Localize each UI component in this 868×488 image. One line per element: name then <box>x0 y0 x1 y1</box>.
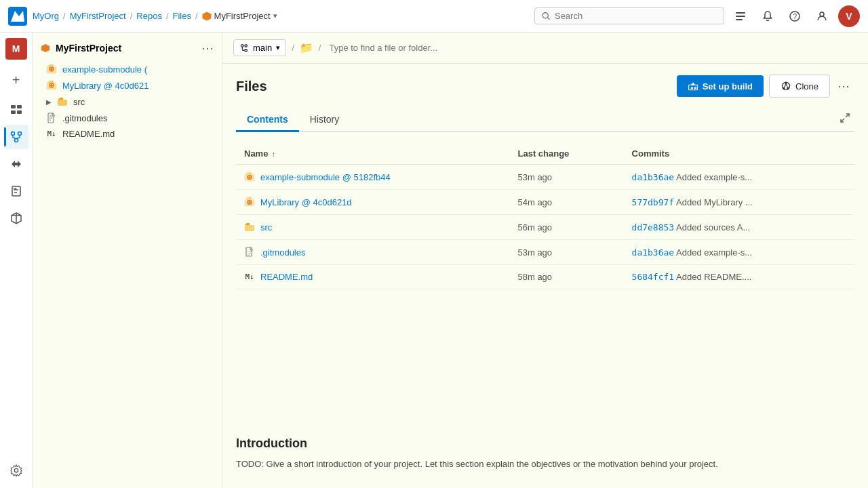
file-link-1[interactable]: example-submodule @ 5182fb44 <box>260 172 391 182</box>
commit-cell-1: da1b36ae Added example-s... <box>624 165 854 190</box>
repos-svg <box>9 130 23 144</box>
breadcrumb-current-project[interactable]: MyFirstProject ▾ <box>202 11 277 21</box>
tree-item-submodule-1[interactable]: example-submodule ( <box>33 61 222 77</box>
expand-button[interactable] <box>835 108 854 127</box>
commit-hash-1[interactable]: da1b36ae <box>632 172 675 182</box>
path-finder-input[interactable] <box>326 40 857 56</box>
sort-arrow: ↑ <box>272 150 275 158</box>
breadcrumb-org[interactable]: MyOrg <box>33 11 59 21</box>
breadcrumb-sep-4: / <box>195 11 198 21</box>
commit-hash-2[interactable]: 577db97f <box>632 197 675 207</box>
repos-icon[interactable] <box>4 125 28 149</box>
breadcrumb-files[interactable]: Files <box>173 11 191 21</box>
svg-rect-35 <box>58 100 67 106</box>
badge-icon-btn[interactable] <box>757 5 778 27</box>
submodule-file-icon-1 <box>244 171 255 182</box>
sidebar-project-name: MyFirstProject <box>56 43 121 54</box>
clone-button[interactable]: Clone <box>769 75 830 98</box>
submodule-icon-1 <box>46 64 57 75</box>
help-icon: ? <box>789 11 800 22</box>
bell-icon <box>762 11 773 22</box>
tree-item-src[interactable]: ▶ src <box>33 94 222 110</box>
breadcrumb-repos[interactable]: Repos <box>136 11 162 21</box>
branch-name: main <box>253 43 272 53</box>
branch-path-sep: / <box>292 43 294 53</box>
tree-item-readme[interactable]: M↓ README.md <box>33 126 222 142</box>
breadcrumb-project[interactable]: MyFirstProject <box>70 11 126 21</box>
tab-history[interactable]: History <box>299 108 351 132</box>
file-link-4[interactable]: .gitmodules <box>260 247 305 258</box>
commit-hash-4[interactable]: da1b36ae <box>632 247 675 258</box>
branch-icon <box>239 43 249 53</box>
commit-cell-2: 577db97f Added MyLibrary ... <box>624 190 854 215</box>
user-settings-icon-btn[interactable] <box>811 5 833 27</box>
commit-hash-3[interactable]: dd7e8853 <box>632 222 675 232</box>
table-row: MyLibrary @ 4c0d621d 54m ago 577db97f Ad… <box>236 190 854 215</box>
file-name-cell-5: M↓ README.md <box>244 272 501 282</box>
readme-section: Introduction TODO: Give a short introduc… <box>222 436 868 488</box>
svg-marker-45 <box>690 82 694 85</box>
sidebar-item-gitmodules-label: .gitmodules <box>62 113 107 123</box>
col-commits: Commits <box>624 143 854 165</box>
help-icon-btn[interactable]: ? <box>784 5 806 27</box>
search-box[interactable] <box>534 7 724 24</box>
breadcrumb-current-label: MyFirstProject <box>214 11 271 21</box>
add-button[interactable]: + <box>4 68 28 92</box>
tree-item-gitmodules[interactable]: .gitmodules <box>33 110 222 126</box>
settings-sidebar-icon[interactable] <box>4 458 28 483</box>
file-link-3[interactable]: src <box>260 222 272 232</box>
file-sidebar: MyFirstProject ⋯ example-submodule ( <box>33 33 222 488</box>
testplans-svg <box>9 184 23 198</box>
boards-icon[interactable] <box>4 98 28 122</box>
file-link-5[interactable]: README.md <box>260 272 313 282</box>
files-section: Files Set up build <box>222 64 868 436</box>
project-icon <box>202 12 212 21</box>
nav-icons: ? V <box>730 5 860 27</box>
breadcrumb-sep-1: / <box>63 11 66 21</box>
more-options-button[interactable]: ⋯ <box>833 75 854 97</box>
md-icon-table: M↓ <box>244 272 255 281</box>
breadcrumb-sep-3: / <box>166 11 169 21</box>
files-header: Files Set up build <box>236 75 854 98</box>
artifacts-icon[interactable] <box>4 206 28 230</box>
commit-cell-5: 5684fcf1 Added README.... <box>624 265 854 289</box>
setup-build-button[interactable]: Set up build <box>677 75 764 97</box>
search-icon <box>542 12 551 21</box>
commit-msg-3: Added sources A... <box>676 222 750 232</box>
sidebar-menu-button[interactable]: ⋯ <box>201 41 214 56</box>
settings-svg <box>10 464 22 476</box>
app-logo[interactable] <box>8 7 27 26</box>
task-list-icon-btn[interactable] <box>730 5 751 27</box>
folder-icon-src <box>57 96 68 107</box>
icon-sidebar: M + <box>0 33 33 488</box>
sidebar-item-readme-label: README.md <box>62 129 115 139</box>
submodule-file-icon-2 <box>244 197 255 207</box>
commit-hash-5[interactable]: 5684fcf1 <box>632 272 675 282</box>
col-last-change: Last change <box>509 143 623 165</box>
tab-contents[interactable]: Contents <box>236 108 299 132</box>
readme-title: Introduction <box>236 436 854 451</box>
user-avatar[interactable]: V <box>838 5 860 27</box>
branch-bar: main ▾ / 📁 / <box>222 33 868 64</box>
folder-icon-branch: 📁 <box>300 41 313 54</box>
col-name[interactable]: Name ↑ <box>236 143 509 165</box>
clone-label: Clone <box>795 81 818 92</box>
pipelines-icon[interactable] <box>4 152 28 176</box>
branch-path-slash: / <box>319 43 321 53</box>
tree-item-submodule-2[interactable]: MyLibrary @ 4c0d621 <box>33 77 222 94</box>
testplans-icon[interactable] <box>4 179 28 203</box>
breadcrumb: MyOrg / MyFirstProject / Repos / Files /… <box>33 11 277 21</box>
md-icon-sidebar: M↓ <box>46 129 57 138</box>
file-link-2[interactable]: MyLibrary @ 4c0d621d <box>260 197 352 207</box>
sidebar-item-submodule-2-label: MyLibrary @ 4c0d621 <box>62 81 149 91</box>
search-input[interactable] <box>555 11 717 21</box>
files-table: Name ↑ Last change Commits <box>236 143 854 289</box>
file-icon-gitmodules <box>46 113 57 123</box>
task-list-icon <box>735 11 746 22</box>
readme-body: TODO: Give a short introduction of your … <box>236 458 854 472</box>
file-sidebar-header: MyFirstProject ⋯ <box>33 33 222 61</box>
branch-selector[interactable]: main ▾ <box>233 39 286 56</box>
org-avatar[interactable]: M <box>5 38 27 60</box>
svg-rect-46 <box>690 87 692 89</box>
svg-point-10 <box>820 12 824 16</box>
